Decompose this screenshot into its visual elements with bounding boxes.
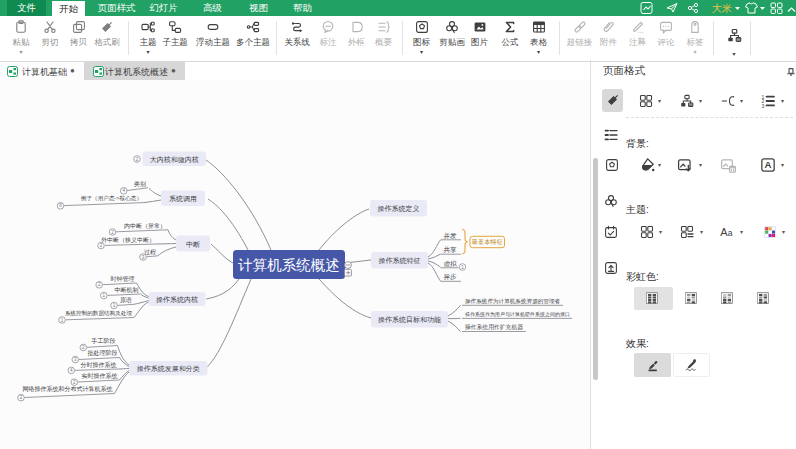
svg-text:实时操作系统: 实时操作系统 xyxy=(82,372,119,380)
svg-text:中断: 中断 xyxy=(186,241,200,248)
svg-text:计算机系统概述: 计算机系统概述 xyxy=(237,257,340,273)
svg-text:操作系统定义: 操作系统定义 xyxy=(378,205,420,213)
svg-text:并发: 并发 xyxy=(444,232,458,239)
svg-text:a: a xyxy=(728,228,733,238)
svg-text:大米: 大米 xyxy=(712,3,732,14)
svg-text:内中断（异常）: 内中断（异常） xyxy=(124,222,166,230)
svg-text:操作系统目标和功能: 操作系统目标和功能 xyxy=(378,316,441,324)
svg-text:过程: 过程 xyxy=(144,249,156,256)
svg-text:异步: 异步 xyxy=(444,273,458,281)
svg-text:操作系统特征: 操作系统特征 xyxy=(379,257,421,265)
svg-text:大内核和微内核: 大内核和微内核 xyxy=(150,156,199,164)
svg-text:手工阶段: 手工阶段 xyxy=(91,337,116,344)
svg-text:网络操作系统和分布式计算机系统: 网络操作系统和分布式计算机系统 xyxy=(23,385,114,393)
svg-text:系统控制的数据结构及处理: 系统控制的数据结构及处理 xyxy=(64,310,133,317)
svg-text:操作系统作为用户与计算机硬件系统之间的接口: 操作系统作为用户与计算机硬件系统之间的接口 xyxy=(465,311,570,318)
svg-text:分时操作系统: 分时操作系统 xyxy=(81,361,118,369)
svg-text:批处理阶段: 批处理阶段 xyxy=(88,349,118,357)
svg-text:系统调用: 系统调用 xyxy=(169,195,197,203)
svg-text:3: 3 xyxy=(761,103,764,109)
svg-text:操作系统发展和分类: 操作系统发展和分类 xyxy=(137,365,200,373)
svg-text:时钟管理: 时钟管理 xyxy=(111,275,135,283)
svg-text:操作系统作为计算机系统资源的管理者: 操作系统作为计算机系统资源的管理者 xyxy=(465,298,561,305)
svg-text:外中断（狭义中断）: 外中断（狭义中断） xyxy=(101,236,155,244)
svg-text:操作系统用作扩充机器: 操作系统用作扩充机器 xyxy=(465,323,523,331)
svg-text:类别: 类别 xyxy=(134,181,146,188)
svg-text:原语: 原语 xyxy=(120,296,132,304)
svg-text:最基本特征: 最基本特征 xyxy=(471,238,503,246)
svg-text:操作系统内核: 操作系统内核 xyxy=(156,296,198,304)
svg-text:例子（用户态->核心态）: 例子（用户态->核心态） xyxy=(80,195,142,202)
svg-text:中断机制: 中断机制 xyxy=(115,287,139,294)
svg-text:虚拟: 虚拟 xyxy=(444,260,458,267)
svg-text:共享: 共享 xyxy=(444,246,458,254)
svg-text:A: A xyxy=(764,159,771,170)
